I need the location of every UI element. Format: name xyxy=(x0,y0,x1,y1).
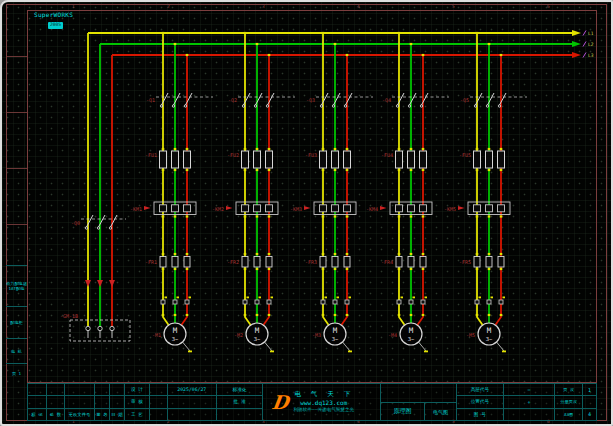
titleblock-cell xyxy=(149,409,167,420)
titleblock-cell: 位置代号 xyxy=(457,396,503,407)
titleblock-cell xyxy=(64,384,94,395)
thermal-relay: -FR1 xyxy=(145,253,190,270)
titleblock-cell xyxy=(94,396,109,407)
titleblock-cell xyxy=(46,396,64,407)
svg-text:-FU4: -FU4 xyxy=(381,152,393,158)
svg-text:3~: 3~ xyxy=(172,336,179,342)
schematic-drawing: L1L2L3-Q0-GM-1B-Q1-FU1-KM1-FR1M3~-M1-Q2-… xyxy=(2,2,611,424)
branch-5: -Q5-FU5-KM5-FR5M3~-M5 xyxy=(444,32,527,352)
svg-text:-FU3: -FU3 xyxy=(305,152,317,158)
svg-text:L2: L2 xyxy=(588,42,594,47)
titleblock-cell xyxy=(217,409,262,420)
svg-text:-FU1: -FU1 xyxy=(145,152,157,158)
svg-text:-Q5: -Q5 xyxy=(460,97,469,103)
drawing-subtitle: 电气图 xyxy=(424,403,456,420)
svg-text:M: M xyxy=(487,326,492,335)
titleblock-cell: 图 号 xyxy=(457,409,503,420)
svg-text:M: M xyxy=(255,326,260,335)
title-block: 标 记处 数更改文件号签 名日 期 设 计2025/06/27审 核工 艺 标准… xyxy=(27,383,597,421)
brand-cell: D 电 气 天 下 www.dq123.com 利驰软件——传递电气智慧之光 xyxy=(262,384,380,420)
titleblock-cell xyxy=(28,384,46,395)
motor-symbol: M3~-M4 xyxy=(388,323,428,352)
titleblock-cell: 标准化 xyxy=(217,384,262,395)
svg-text:-M4: -M4 xyxy=(388,332,397,338)
titleblock-cell: + xyxy=(503,396,555,407)
disconnect-switch: -Q3 xyxy=(306,93,373,107)
fuse-set: -FU4 xyxy=(381,148,427,171)
titleblock-cell xyxy=(109,396,124,407)
svg-text:-KM5: -KM5 xyxy=(444,206,456,212)
titleblock-cell: 更改文件号 xyxy=(64,409,94,420)
incoming-feeder: -Q0-GM-1B xyxy=(60,33,130,341)
dq123-logo: D xyxy=(270,391,290,413)
motor-symbol: M3~-M2 xyxy=(234,323,274,352)
brand-url: www.dq123.com xyxy=(300,399,347,407)
svg-text:-GM-1B: -GM-1B xyxy=(60,313,78,319)
svg-text:-FR2: -FR2 xyxy=(227,259,239,265)
disconnect-switch: -Q4 xyxy=(382,93,449,107)
titleblock-cell xyxy=(149,396,167,407)
motor-symbol: M3~-M5 xyxy=(466,323,506,352)
disconnect-switch: -Q1 xyxy=(146,93,213,107)
branch-1: -Q1-FU1-KM1-FR1M3~-M1 xyxy=(130,32,213,352)
svg-text:-FU2: -FU2 xyxy=(227,152,239,158)
svg-text:-FR5: -FR5 xyxy=(459,259,471,265)
thermal-relay: -FR2 xyxy=(227,253,272,270)
svg-text:-FR4: -FR4 xyxy=(381,259,393,265)
titleblock-cell: 审 核 xyxy=(125,396,149,407)
svg-text:L1: L1 xyxy=(588,31,594,36)
svg-text:3~: 3~ xyxy=(486,336,493,342)
svg-text:-KM4: -KM4 xyxy=(366,206,378,212)
brand-line1: 电 气 天 下 xyxy=(294,390,353,399)
svg-text:-FU5: -FU5 xyxy=(459,152,471,158)
svg-text:3~: 3~ xyxy=(408,336,415,342)
drawing-title-cell: 原理图 电气图 xyxy=(380,384,456,420)
titleblock-cell: 标 记 xyxy=(28,409,46,420)
titleblock-cell: 签 名 xyxy=(94,409,109,420)
fuse-set: -FU1 xyxy=(145,148,191,171)
svg-text:-M3: -M3 xyxy=(312,332,321,338)
disconnect-switch: -Q5 xyxy=(460,93,527,107)
titleblock-cell xyxy=(64,396,94,407)
fuse-set: -FU3 xyxy=(305,148,351,171)
svg-text:M: M xyxy=(333,326,338,335)
titleblock-cell: 4 xyxy=(582,409,596,420)
branch-2: -Q2-FU2-KM2-FR2M3~-M2 xyxy=(212,32,295,352)
svg-text:-Q4: -Q4 xyxy=(382,97,391,103)
svg-text:L3: L3 xyxy=(588,53,594,58)
titleblock-cell: A3图 xyxy=(554,409,582,420)
titleblock-cell xyxy=(582,396,596,407)
superworks-label: SuperWORKS xyxy=(34,11,73,18)
titleblock-cell xyxy=(46,384,64,395)
titleblock-cell: 工 艺 xyxy=(125,409,149,420)
svg-text:-FR3: -FR3 xyxy=(305,259,317,265)
svg-text:-M2: -M2 xyxy=(234,332,243,338)
svg-text:-Q1: -Q1 xyxy=(146,97,155,103)
bus-L3: L3 xyxy=(112,52,594,58)
thermal-relay: -FR3 xyxy=(305,253,350,270)
titleblock-cell xyxy=(167,409,216,420)
svg-text:-M1: -M1 xyxy=(152,332,161,338)
svg-text:-M5: -M5 xyxy=(466,332,475,338)
svg-text:-Q3: -Q3 xyxy=(306,97,315,103)
titleblock-cell: 设 计 xyxy=(125,384,149,395)
svg-text:3~: 3~ xyxy=(254,336,261,342)
titleblock-cell: 页 次 xyxy=(554,384,582,395)
motor-symbol: M3~-M1 xyxy=(152,323,192,352)
titleblock-cell xyxy=(28,396,46,407)
drawing-title: 原理图 xyxy=(381,403,424,420)
signature-table: 设 计2025/06/27审 核工 艺 xyxy=(124,384,216,420)
approval-table: 标准化批 准 xyxy=(216,384,262,420)
svg-text:-Q2: -Q2 xyxy=(228,97,237,103)
svg-text:-KM1: -KM1 xyxy=(130,206,142,212)
brand-slogan: 利驰软件——传递电气智慧之光 xyxy=(293,407,354,413)
titleblock-cell xyxy=(149,384,167,395)
thermal-relay: -FR5 xyxy=(459,253,504,270)
titleblock-cell: 批 准 xyxy=(217,396,262,407)
branch-4: -Q4-FU4-KM4-FR4M3~-M4 xyxy=(366,32,449,352)
titleblock-cell: 处 数 xyxy=(46,409,64,420)
svg-text:-KM2: -KM2 xyxy=(212,206,224,212)
disconnect-switch: -Q2 xyxy=(228,93,295,107)
cad-canvas[interactable]: 动力配电箱1AT配电配电柜电 机页 1 123456 123456 L1L2L3… xyxy=(0,0,613,426)
svg-text:M: M xyxy=(173,326,178,335)
